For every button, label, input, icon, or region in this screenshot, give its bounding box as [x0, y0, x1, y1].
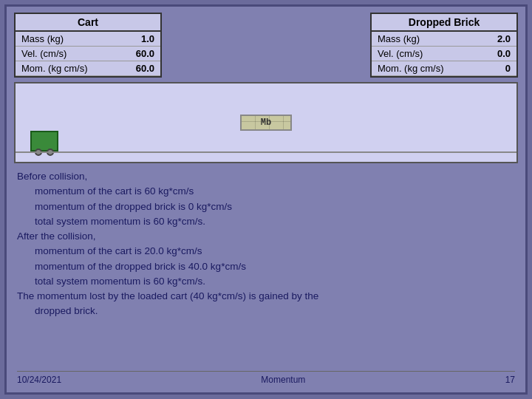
footer-page: 17 [505, 375, 515, 385]
table-row: Mass (kg) 2.0 [372, 32, 516, 47]
cart-mass-label: Mass (kg) [16, 32, 120, 47]
track-line [16, 151, 516, 153]
cart-object [30, 131, 58, 151]
before-line-1: momentum of the cart is 60 kg*cm/s [17, 184, 515, 199]
table-row: Vel. (cm/s) 60.0 [16, 47, 160, 61]
brick-mom-label: Mom. (kg cm/s) [372, 61, 481, 76]
brick-table-header: Dropped Brick [372, 14, 516, 32]
after-line-1: momentum of the cart is 20.0 kg*cm/s [17, 244, 515, 259]
footer: 10/24/2021 Momentum 17 [17, 371, 515, 385]
table-row: Mom. (kg cm/s) 60.0 [16, 61, 160, 76]
cart-vel-value: 60.0 [120, 47, 160, 61]
brick-vel-value: 0.0 [481, 47, 516, 61]
cart-mom-label: Mom. (kg cm/s) [16, 61, 120, 76]
brick-mass-value: 2.0 [481, 32, 516, 47]
before-line-2: momentum of the dropped brick is 0 kg*cm… [17, 200, 515, 214]
cart-table: Cart Mass (kg) 1.0 Vel. (cm/s) 60.0 Mom.… [14, 13, 162, 78]
footer-title: Momentum [261, 375, 305, 385]
description-section: Before collision, momentum of the cart i… [17, 169, 515, 319]
table-row: Vel. (cm/s) 0.0 [372, 47, 516, 61]
brick-mass-label: Mass (kg) [372, 32, 481, 47]
cart-mom-value: 60.0 [120, 61, 160, 76]
conclusion-line-2: dropped brick. [17, 304, 515, 318]
after-line-2: momentum of the dropped brick is 40.0 kg… [17, 259, 515, 274]
animation-area: Mb [14, 82, 518, 163]
cart-vel-label: Vel. (cm/s) [16, 47, 120, 61]
before-line-3: total system momentum is 60 kg*cm/s. [17, 214, 515, 229]
footer-date: 10/24/2021 [17, 375, 61, 385]
before-title: Before collision, [17, 169, 515, 184]
brick-table: Dropped Brick Mass (kg) 2.0 Vel. (cm/s) … [370, 13, 518, 78]
after-line-3: total system momentum is 60 kg*cm/s. [17, 274, 515, 289]
cart-table-header: Cart [16, 14, 160, 32]
brick-label: Mb [261, 117, 271, 128]
cart-mass-value: 1.0 [120, 32, 160, 47]
table-row: Mom. (kg cm/s) 0 [372, 61, 516, 76]
after-title: After the collision, [17, 229, 515, 244]
brick-vel-label: Vel. (cm/s) [372, 47, 481, 61]
brick-object: Mb [240, 115, 292, 131]
table-spacer [162, 13, 370, 78]
conclusion-line-1: The momentum lost by the loaded cart (40… [17, 289, 515, 304]
tables-section: Cart Mass (kg) 1.0 Vel. (cm/s) 60.0 Mom.… [7, 7, 525, 82]
table-row: Mass (kg) 1.0 [16, 32, 160, 47]
main-container: Cart Mass (kg) 1.0 Vel. (cm/s) 60.0 Mom.… [4, 4, 528, 395]
brick-mom-value: 0 [481, 61, 516, 76]
